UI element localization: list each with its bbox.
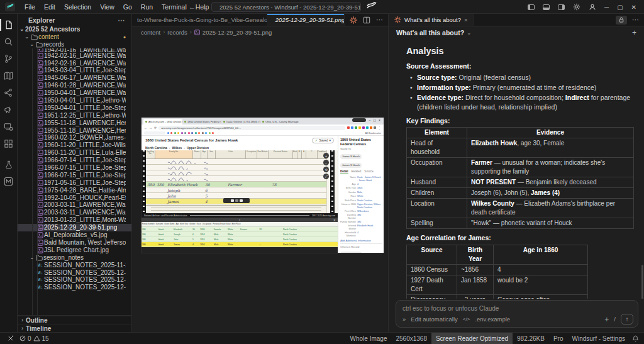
activity-remote-icon[interactable]: [0, 118, 18, 135]
menu-item[interactable]: View: [96, 3, 119, 11]
tree-item[interactable]: AI_Deplorables_v5.jpg: [18, 231, 131, 239]
status-item[interactable]: Screen Reader Optimized: [431, 333, 513, 344]
scrollbar-thumb[interactable]: [641, 265, 643, 299]
conversation-header[interactable]: What's all this about? ⌄ +: [389, 26, 644, 38]
tree-item[interactable]: 1950-04-01_LITTLE,Joe-Stephen_Cens...: [18, 104, 131, 112]
tree-item[interactable]: SESSION_NOTES_2025-12-02.md: [18, 276, 131, 284]
back-icon[interactable]: ←: [189, 3, 196, 11]
edit-mode-toggle[interactable]: Edit automatically: [411, 316, 457, 323]
slash-command-button[interactable]: /: [614, 316, 616, 323]
menu-item[interactable]: Edit: [40, 3, 60, 11]
breadcrumb-file[interactable]: 2025-12-29_20-39-51.png: [203, 29, 272, 36]
tree-item[interactable]: 1966-07-14_LITTLE,Joe-Stephen_Marr...: [18, 157, 131, 164]
tree-item[interactable]: 1945-06-17_LAWRENCE,Warren-Dean...: [18, 74, 131, 82]
tab-markdown-file[interactable]: to-Where-the-Puck-is-Going-to-Be_Vibe-Ge…: [132, 14, 267, 26]
tree-item[interactable]: 1950-04-01_LITTLE,Jethro-Wilson_Ce...: [18, 97, 131, 104]
tree-item[interactable]: SESSION_NOTES_2025-12-01.md: [18, 269, 131, 277]
menu-item[interactable]: Selection: [60, 3, 96, 11]
chat-message-area[interactable]: Analysis Source Assessment: Source type:…: [389, 38, 644, 299]
outline-section[interactable]: ›Outline: [18, 316, 131, 324]
status-item[interactable]: 2560x1368: [391, 333, 431, 344]
tree-item[interactable]: 1942-02-16_LAWRENCE,Warren-Dean...: [18, 52, 131, 60]
maximize-button[interactable]: ▢: [617, 4, 623, 11]
chat-input[interactable]: [402, 305, 633, 312]
menu-item[interactable]: File: [20, 3, 40, 11]
tree-item[interactable]: 1992-10-05_HOUCK,Pearl-Ethel_Grav...: [18, 194, 131, 202]
tree-item[interactable]: 1971-05-16_LITTLE,Joe-Stephen-Jr_Ba...: [18, 179, 131, 187]
tree-item[interactable]: 1966-07-15_LITTLE,Joe-Stephen_Marr...: [18, 172, 131, 179]
breadcrumb-part[interactable]: content: [141, 29, 160, 36]
previewed-image[interactable]: Ancestry.com - 1860 United St…1860 Unite…: [142, 118, 384, 253]
context-chip[interactable]: .env.example: [475, 316, 510, 323]
close-window-button[interactable]: ✕: [631, 4, 636, 11]
breadcrumb[interactable]: content› records› 2025-12-29_20-39-51.pn…: [132, 26, 388, 38]
tree-item[interactable]: ⌄ content ●: [18, 33, 131, 41]
command-center-search[interactable]: 2025 52 Ancestors - Windsurf - 2025-12-2…: [211, 2, 361, 12]
claude-starburst-icon[interactable]: [350, 16, 357, 24]
activity-megaphone-icon[interactable]: [0, 101, 18, 118]
new-conversation-button[interactable]: +: [632, 28, 636, 37]
tree-item[interactable]: SESSION_NOTES_2025-11-29.md: [18, 262, 131, 269]
tree-item[interactable]: 2013-01-23_LITTLE,Mont-Warren-and...: [18, 216, 131, 224]
tree-item[interactable]: 1951-12-25_LITTLE,Jethro-Wilson_De...: [18, 112, 131, 119]
tree-item[interactable]: 1943-03-04_LITTLE,Joe-Stephen_Birth...: [18, 67, 131, 74]
tree-item[interactable]: 2003-03-11_LAWRENCE,Warren-Dean...: [18, 201, 131, 209]
minimize-button[interactable]: ─: [604, 4, 609, 11]
tree-item[interactable]: 1955-11-18_LAWRENCE,Henry-A-and...: [18, 127, 131, 135]
tree-item[interactable]: 1966-07-15_LITTLE,Joe-Stephen_Marr...: [18, 164, 131, 172]
tree-item[interactable]: Bald Mountain, West Jefferson, NC.jpg: [18, 239, 131, 247]
image-preview-area[interactable]: Ancestry.com - 1860 United St…1860 Unite…: [132, 38, 388, 332]
close-tab-icon[interactable]: ×: [464, 16, 468, 23]
timeline-section[interactable]: ›Timeline: [18, 324, 131, 332]
tree-item[interactable]: 1946-01-28_LAWRENCE,Warren-Dean...: [18, 82, 131, 89]
activity-m-extension-icon[interactable]: [0, 173, 18, 190]
account-icon[interactable]: [589, 3, 596, 11]
tree-item[interactable]: 1960-02-12_BOWER,James-Eli_Death-...: [18, 134, 131, 141]
tree-item[interactable]: 2025-12-29_20-39-51.png: [18, 224, 131, 231]
activity-flask-icon[interactable]: [0, 156, 18, 173]
activity-source-control-icon[interactable]: [0, 50, 18, 67]
toggle-sidebar-icon[interactable]: [528, 4, 535, 10]
tab-image-file[interactable]: 2025-12-29_20-39-51.png ×: [267, 14, 345, 26]
forward-icon[interactable]: →: [202, 3, 209, 11]
status-item[interactable]: Whole Image: [346, 333, 392, 344]
problems-indicator[interactable]: 0 15: [19, 335, 49, 342]
tree-item[interactable]: 1960-11-20_LITTLE,Lula-Ellen_Death-...: [18, 149, 131, 157]
tree-item[interactable]: 1942-02-16_LAWRENCE,Warren-Dean...: [18, 60, 131, 67]
tree-item[interactable]: ⌄ records: [18, 41, 131, 48]
tree-item[interactable]: 1960-11-20_LITTLE,Joe-Wilson-and-L...: [18, 141, 131, 149]
status-item[interactable]: 982.26KB: [513, 333, 549, 344]
tree-item[interactable]: ⌄ session_notes: [18, 254, 131, 262]
remote-indicator-icon[interactable]: [8, 335, 14, 341]
menu-item[interactable]: Run: [136, 3, 157, 11]
tree-item[interactable]: ⌄ 2025 52 Ancestors: [18, 26, 131, 33]
tree-item[interactable]: 1955-11-18_LAWRENCE,Henry-A_Dea...: [18, 119, 131, 127]
activity-search-icon[interactable]: [0, 33, 18, 50]
toggle-panel-icon[interactable]: [543, 4, 550, 10]
chat-tab[interactable]: What's all this about? ×: [389, 14, 474, 26]
bell-icon[interactable]: [632, 335, 639, 342]
lock-icon[interactable]: [616, 16, 627, 25]
status-item[interactable]: Windsurf - Settings: [568, 333, 630, 344]
tree-item[interactable]: 1950-04-01_LAWRENCE,Warren-Dean...: [18, 89, 131, 97]
explorer-more-icon[interactable]: ⋯: [118, 16, 126, 24]
activity-extensions-icon[interactable]: [0, 135, 18, 152]
more-actions-icon[interactable]: ⋯: [632, 16, 639, 24]
activity-flow-icon[interactable]: [0, 84, 18, 101]
activity-explorer-icon[interactable]: [0, 16, 18, 33]
tree-item[interactable]: 2003-03-11_LAWRENCE,Warren-Dean...: [18, 209, 131, 216]
add-context-button[interactable]: +: [604, 315, 609, 324]
toggle-secondary-sidebar-icon[interactable]: [558, 4, 565, 10]
split-editor-icon[interactable]: [363, 16, 370, 24]
menu-item[interactable]: Terminal: [157, 3, 191, 11]
breadcrumb-part[interactable]: records: [167, 29, 187, 36]
tree-item[interactable]: JSL Pedigree Chart.jpg: [18, 247, 131, 254]
tree-item[interactable]: SESSION_NOTES_2025-12-03.md: [18, 284, 131, 291]
send-button[interactable]: ↑: [621, 314, 633, 325]
more-actions-icon[interactable]: ⋯: [376, 16, 383, 24]
status-item[interactable]: Pro: [549, 333, 568, 344]
tree-item[interactable]: 1975-04-28_BARE,Hattie-Almedia_De...: [18, 187, 131, 194]
activity-map-icon[interactable]: [0, 67, 18, 84]
menu-item[interactable]: Go: [119, 3, 136, 11]
chat-input-box[interactable]: » Edit automatically </> .env.example + …: [396, 300, 638, 328]
